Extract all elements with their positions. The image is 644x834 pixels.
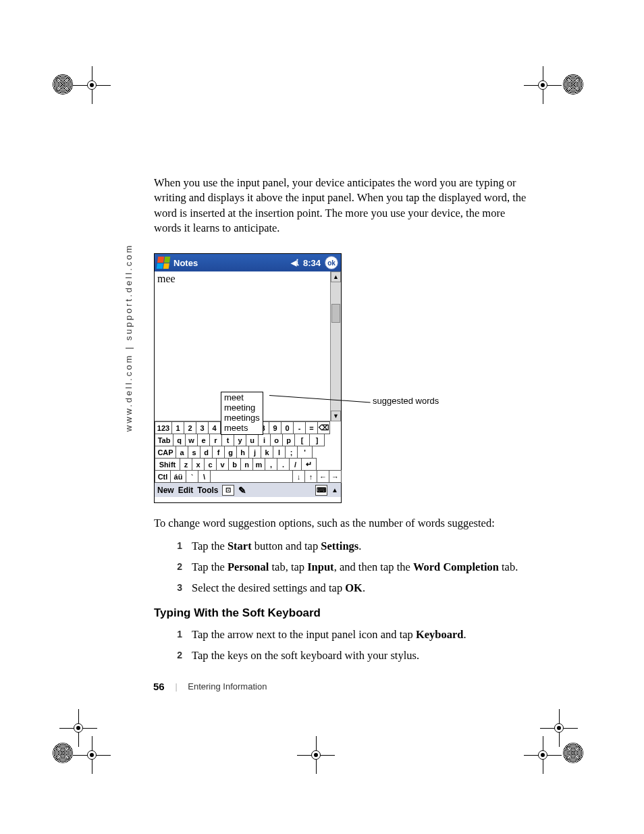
key[interactable]: r <box>209 434 222 446</box>
suggestion-item[interactable]: meets <box>224 423 260 434</box>
crop-dot <box>53 74 73 95</box>
pen-icon[interactable]: ✎ <box>238 485 246 496</box>
crop-mark <box>73 736 111 774</box>
key[interactable]: . <box>277 458 290 471</box>
key[interactable]: Shift <box>155 458 180 471</box>
footer-separator: | <box>176 681 178 692</box>
key[interactable]: x <box>192 458 205 471</box>
steps-list-a: 1Tap the Start button and tap Settings.2… <box>173 538 533 596</box>
key[interactable]: ↓ <box>292 470 305 483</box>
key[interactable]: ] <box>309 434 325 446</box>
menu-edit[interactable]: Edit <box>178 486 194 495</box>
key[interactable]: 4 <box>208 421 221 434</box>
key[interactable]: - <box>293 421 306 434</box>
key[interactable]: g <box>224 446 237 459</box>
key[interactable]: z <box>180 458 192 471</box>
key[interactable]: ← <box>317 470 329 483</box>
key[interactable]: f <box>212 446 225 459</box>
scroll-up-icon[interactable]: ▲ <box>331 271 341 282</box>
suggestion-item[interactable]: meeting <box>224 403 260 413</box>
key[interactable]: j <box>248 446 261 459</box>
key[interactable]: , <box>265 458 277 471</box>
step: 1Tap the Start button and tap Settings. <box>173 538 533 554</box>
key[interactable]: 0 <box>281 421 294 434</box>
key[interactable]: c <box>204 458 217 471</box>
crop-dot <box>563 74 583 95</box>
scroll-thumb[interactable] <box>331 304 340 323</box>
key[interactable]: h <box>236 446 249 459</box>
crop-mark <box>297 736 335 774</box>
key[interactable]: / <box>289 458 302 471</box>
key[interactable]: e <box>197 434 210 446</box>
key[interactable]: o <box>270 434 283 446</box>
step-number: 2 <box>173 648 182 663</box>
input-arrow-icon[interactable]: ▲ <box>331 486 338 494</box>
step-text: Tap the arrow next to the input panel ic… <box>192 627 533 642</box>
steps-list-b: 1Tap the arrow next to the input panel i… <box>173 627 533 663</box>
step: 2Tap the Personal tab, tap Input, and th… <box>173 559 533 575</box>
key[interactable]: m <box>252 458 265 471</box>
step: 3Select the desired settings and tap OK. <box>173 580 533 596</box>
clock: 8:34 <box>303 258 321 268</box>
key[interactable]: b <box>228 458 241 471</box>
key[interactable]: ↵ <box>301 458 317 471</box>
key[interactable]: áü <box>170 470 186 483</box>
key[interactable]: v <box>216 458 229 471</box>
key[interactable]: p <box>282 434 295 446</box>
key[interactable]: Ctl <box>155 470 171 483</box>
key[interactable]: n <box>240 458 253 471</box>
bottom-bar: New Edit Tools ⊡ ✎ ⌨ ▲ <box>155 482 341 497</box>
callout-label: suggested words <box>373 396 439 406</box>
key[interactable] <box>210 470 293 483</box>
key[interactable]: → <box>329 470 342 483</box>
step-number: 3 <box>173 580 182 596</box>
key[interactable]: CAP <box>155 446 176 459</box>
key[interactable]: [ <box>294 434 310 446</box>
suggestion-item[interactable]: meet <box>224 393 260 403</box>
ok-button[interactable]: ok <box>325 256 338 269</box>
key[interactable]: k <box>261 446 273 459</box>
keyboard-icon[interactable]: ⌨ <box>315 485 327 496</box>
key[interactable]: t <box>221 434 234 446</box>
key[interactable]: u <box>246 434 259 446</box>
crop-mark <box>540 709 578 747</box>
record-icon[interactable]: ⊡ <box>222 485 234 496</box>
speaker-icon[interactable]: ◀ἰ <box>291 259 299 267</box>
intro-paragraph: When you use the input panel, your devic… <box>154 176 533 236</box>
titlebar: Notes ◀ἰ 8:34 ok <box>155 254 341 271</box>
key[interactable]: ↑ <box>304 470 317 483</box>
key[interactable]: q <box>173 434 186 446</box>
key[interactable]: ` <box>186 470 198 483</box>
key[interactable]: i <box>258 434 271 446</box>
page-footer: 56 | Entering Information <box>153 681 267 692</box>
key[interactable]: 123 <box>155 421 172 434</box>
key[interactable]: 9 <box>269 421 281 434</box>
key[interactable]: Tab <box>155 434 173 446</box>
key[interactable]: s <box>188 446 200 459</box>
key[interactable]: \ <box>198 470 211 483</box>
key[interactable]: 1 <box>171 421 184 434</box>
device-screenshot: Notes ◀ἰ 8:34 ok mee ▲ ▼ meet meeting me… <box>154 253 342 503</box>
key[interactable]: y <box>234 434 246 446</box>
suggestion-item[interactable]: meetings <box>224 413 260 423</box>
key[interactable]: = <box>305 421 318 434</box>
scroll-down-icon[interactable]: ▼ <box>331 411 341 421</box>
key[interactable]: w <box>185 434 198 446</box>
menu-tools[interactable]: Tools <box>197 486 218 495</box>
crop-dot <box>53 743 73 763</box>
key[interactable]: ⌫ <box>317 421 330 434</box>
key[interactable]: 2 <box>184 421 196 434</box>
suggestion-popup[interactable]: meet meeting meetings meets <box>221 392 263 435</box>
key[interactable]: 3 <box>196 421 209 434</box>
key[interactable]: ' <box>297 446 313 459</box>
note-area[interactable]: mee ▲ ▼ meet meeting meetings meets <box>155 271 341 421</box>
key[interactable]: d <box>200 446 213 459</box>
start-icon[interactable] <box>157 257 171 269</box>
key[interactable]: l <box>273 446 286 459</box>
menu-new[interactable]: New <box>157 486 174 495</box>
step-text: Tap the keys on the soft keyboard with y… <box>192 648 533 663</box>
step: 2Tap the keys on the soft keyboard with … <box>173 648 533 663</box>
key[interactable]: ; <box>285 446 298 459</box>
typed-text: mee <box>157 273 176 285</box>
key[interactable]: a <box>176 446 188 459</box>
